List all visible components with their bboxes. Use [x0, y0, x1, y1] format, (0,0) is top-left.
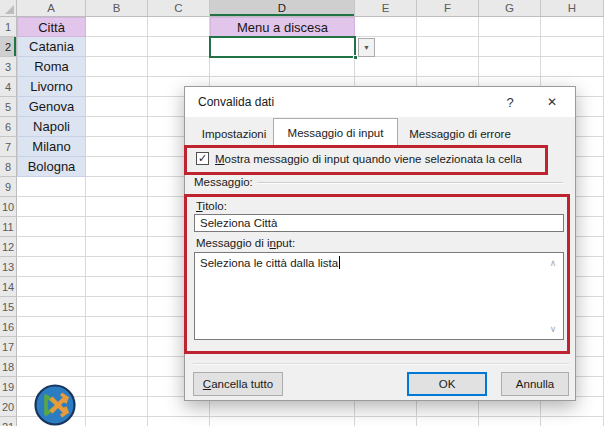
row-header[interactable]: 19: [0, 377, 17, 397]
scroll-down-icon[interactable]: ∨: [546, 323, 560, 335]
cancel-button[interactable]: Annulla: [501, 372, 569, 396]
row-header[interactable]: 4: [0, 77, 17, 97]
close-icon: ✕: [547, 95, 557, 109]
row-header[interactable]: 3: [0, 57, 17, 77]
column-header-d[interactable]: D: [210, 0, 355, 17]
cell-dropdown-button[interactable]: ▼: [358, 38, 375, 57]
row-header[interactable]: 5: [0, 97, 17, 117]
text-caret: [339, 256, 340, 269]
column-header-a[interactable]: A: [17, 0, 86, 17]
cell-d2-selected[interactable]: [209, 36, 356, 58]
dialog-tabs: Impostazioni Messaggio di input Messaggi…: [185, 118, 575, 146]
column-header-c[interactable]: C: [148, 0, 210, 17]
row-header[interactable]: 16: [0, 317, 17, 337]
city-cell[interactable]: Livorno: [17, 77, 86, 97]
row-header[interactable]: 9: [0, 177, 17, 197]
row-header[interactable]: 8: [0, 157, 17, 177]
row-header[interactable]: 15: [0, 297, 17, 317]
message-group-label: Messaggio:: [194, 176, 253, 188]
clear-all-button[interactable]: Cancella tutto: [193, 372, 283, 396]
ok-button[interactable]: OK: [407, 372, 487, 396]
row-header[interactable]: 2: [0, 37, 17, 57]
help-button[interactable]: ?: [499, 93, 521, 112]
row-header[interactable]: 18: [0, 357, 17, 377]
title-input[interactable]: [194, 214, 564, 232]
tab-impostazioni[interactable]: Impostazioni: [195, 122, 273, 146]
input-message-text: Seleziona le città dalla lista: [200, 257, 338, 269]
tab-messaggio-di-input[interactable]: Messaggio di input: [273, 118, 398, 146]
excel-window: A B C D E F G H 123456789101112131415161…: [0, 0, 604, 426]
row-header[interactable]: 21: [0, 417, 17, 426]
input-message-field-label: Messaggio di input:: [196, 237, 295, 249]
row-header[interactable]: 11: [0, 217, 17, 237]
city-cell[interactable]: Catania: [17, 37, 86, 57]
data-validation-dialog: Convalida dati ? ✕ Impostazioni Messaggi…: [184, 86, 576, 401]
column-header-g[interactable]: G: [479, 0, 541, 17]
city-cell[interactable]: Napoli: [17, 117, 86, 137]
row-header[interactable]: 17: [0, 337, 17, 357]
checkbox-label[interactable]: Mostra messaggio di input quando viene s…: [215, 153, 522, 165]
column-header-f[interactable]: F: [417, 0, 479, 17]
column-headers: A B C D E F G H: [17, 0, 604, 17]
chevrons-logo-icon: [34, 384, 76, 426]
row-header[interactable]: 13: [0, 257, 17, 277]
row-header[interactable]: 12: [0, 237, 17, 257]
column-header-e[interactable]: E: [355, 0, 417, 17]
row-header[interactable]: 7: [0, 137, 17, 157]
input-message-textarea[interactable]: Seleziona le città dalla lista ∧ ∨: [194, 252, 564, 340]
close-button[interactable]: ✕: [537, 91, 567, 113]
cell-a1-city-header[interactable]: Città: [17, 17, 86, 37]
show-input-message-checkbox-row[interactable]: ✓ Mostra messaggio di input quando viene…: [196, 152, 522, 165]
group-divider-line: [257, 182, 563, 184]
row-header[interactable]: 14: [0, 277, 17, 297]
row-header[interactable]: 1: [0, 17, 17, 37]
city-cell[interactable]: Bologna: [17, 157, 86, 177]
city-cell[interactable]: Genova: [17, 97, 86, 117]
chevron-down-icon: ▼: [363, 44, 370, 51]
row-header[interactable]: 20: [0, 397, 17, 417]
title-field-label: Titolo:: [196, 200, 227, 212]
city-list: CataniaRomaLivornoGenovaNapoliMilanoBolo…: [17, 37, 86, 177]
tab-messaggio-di-errore[interactable]: Messaggio di errore: [398, 122, 522, 146]
select-all-corner[interactable]: [0, 0, 17, 17]
cell-d1-dropdown-header[interactable]: Menu a discesa: [210, 17, 355, 37]
footer-divider-line: [193, 363, 569, 365]
city-cell[interactable]: Milano: [17, 137, 86, 157]
row-headers: 123456789101112131415161718192021: [0, 17, 17, 426]
row-header[interactable]: 6: [0, 117, 17, 137]
column-header-b[interactable]: B: [86, 0, 148, 17]
scroll-up-icon[interactable]: ∧: [546, 257, 560, 269]
column-header-h[interactable]: H: [541, 0, 604, 17]
checkbox-checked-icon[interactable]: ✓: [196, 152, 209, 165]
dialog-title: Convalida dati: [198, 95, 274, 109]
city-cell[interactable]: Roma: [17, 57, 86, 77]
row-header[interactable]: 10: [0, 197, 17, 217]
